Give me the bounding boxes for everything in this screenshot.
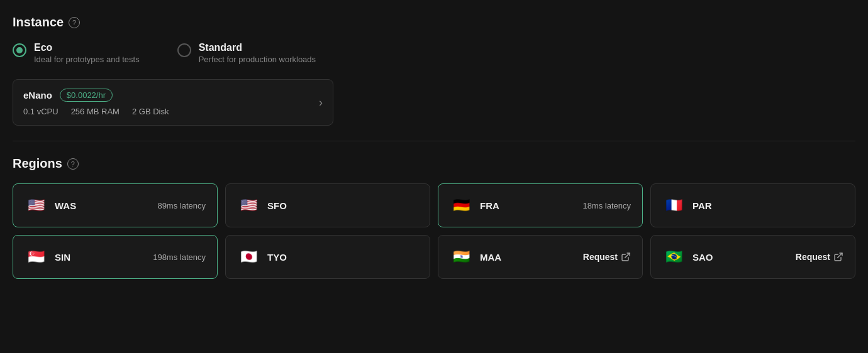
instance-ram: 256 MB RAM [71,107,120,116]
region-latency-sin: 198ms latency [153,253,206,262]
regions-section: Regions ? 🇺🇸WAS89ms latency🇺🇸SFO🇩🇪FRA18m… [13,156,855,279]
region-flag-sfo: 🇺🇸 [237,194,260,217]
instance-name: eNano [23,90,52,100]
region-code-was: WAS [55,200,76,211]
region-code-tyo: TYO [267,252,287,263]
region-flag-sao: 🇧🇷 [662,246,685,268]
region-row-was: WAS89ms latency [55,200,206,211]
eco-option[interactable]: Eco Ideal for prototypes and tests [13,42,140,64]
instance-vcpu: 0.1 vCPU [23,107,58,116]
svg-line-1 [838,253,842,258]
standard-radio-circle[interactable] [177,43,191,57]
region-flag-fra: 🇩🇪 [450,194,472,217]
instance-details: eNano $0.0022/hr 0.1 vCPU 256 MB RAM 2 G… [23,89,169,116]
region-latency-fra: 18ms latency [582,201,631,210]
region-card-sao[interactable]: 🇧🇷SAORequest [650,235,855,279]
region-flag-tyo: 🇯🇵 [237,246,260,268]
regions-help-icon[interactable]: ? [67,158,79,170]
region-row-maa: MAARequest [480,252,631,263]
region-card-sfo[interactable]: 🇺🇸SFO [225,183,430,227]
instance-title: Instance [13,15,64,30]
region-request-label-sao: Request [796,252,830,262]
region-flag-sin: 🇸🇬 [25,246,47,268]
instance-specs: 0.1 vCPU 256 MB RAM 2 GB Disk [23,107,169,116]
standard-option[interactable]: Standard Perfect for production workload… [177,42,316,64]
region-card-par[interactable]: 🇫🇷PAR [650,183,855,227]
region-flag-maa: 🇮🇳 [450,246,472,268]
region-row-sin: SIN198ms latency [55,252,206,263]
region-card-fra[interactable]: 🇩🇪FRA18ms latency [438,183,643,227]
instance-top-row: eNano $0.0022/hr [23,89,169,102]
instance-disk: 2 GB Disk [132,107,169,116]
instance-section-header: Instance ? [13,15,855,30]
standard-radio-label: Standard Perfect for production workload… [199,42,316,64]
regions-grid: 🇺🇸WAS89ms latency🇺🇸SFO🇩🇪FRA18ms latency🇫… [13,183,855,279]
region-row-sao: SAORequest [693,252,843,263]
region-latency-was: 89ms latency [157,201,206,210]
region-card-tyo[interactable]: 🇯🇵TYO [225,235,430,279]
eco-label-sub: Ideal for prototypes and tests [34,55,140,64]
eco-radio-circle[interactable] [13,43,26,57]
regions-title: Regions [13,156,62,171]
instance-price-badge: $0.0022/hr [60,89,113,102]
standard-label-sub: Perfect for production workloads [199,55,316,64]
instance-section: Instance ? Eco Ideal for prototypes and … [13,15,855,126]
region-request-maa[interactable]: Request [583,252,631,262]
region-request-sao[interactable]: Request [796,252,843,262]
region-code-maa: MAA [480,252,501,263]
instance-help-icon[interactable]: ? [69,17,80,28]
instance-card[interactable]: eNano $0.0022/hr 0.1 vCPU 256 MB RAM 2 G… [13,79,333,126]
instance-chevron-icon[interactable]: › [319,96,323,109]
region-row-par: PAR [693,200,843,211]
region-card-maa[interactable]: 🇮🇳MAARequest [438,235,643,279]
region-flag-was: 🇺🇸 [25,194,47,217]
eco-label-title: Eco [34,42,140,53]
region-code-fra: FRA [480,200,499,211]
region-code-par: PAR [693,200,712,211]
region-code-sfo: SFO [267,200,287,211]
section-divider [13,141,855,141]
regions-section-header: Regions ? [13,156,855,171]
region-flag-par: 🇫🇷 [662,194,685,217]
region-code-sao: SAO [693,252,713,263]
region-row-tyo: TYO [267,252,418,263]
eco-radio-label: Eco Ideal for prototypes and tests [34,42,140,64]
region-row-fra: FRA18ms latency [480,200,631,211]
standard-label-title: Standard [199,42,316,53]
region-card-was[interactable]: 🇺🇸WAS89ms latency [13,183,218,227]
region-code-sin: SIN [55,252,70,263]
region-row-sfo: SFO [267,200,418,211]
region-request-label-maa: Request [583,252,618,262]
external-link-icon-maa [621,252,631,262]
instance-radio-group: Eco Ideal for prototypes and tests Stand… [13,42,855,64]
region-card-sin[interactable]: 🇸🇬SIN198ms latency [13,235,218,279]
svg-line-0 [625,253,630,258]
external-link-icon-sao [833,252,843,262]
